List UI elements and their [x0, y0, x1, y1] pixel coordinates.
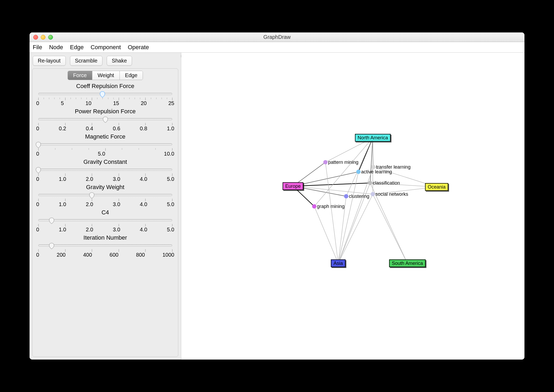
topic-label: active learning [361, 169, 392, 175]
topic-node-classification[interactable] [368, 181, 372, 185]
tab-force[interactable]: Force [68, 71, 92, 80]
slider-tick-label: 0 [36, 151, 39, 157]
slider-tick-label: 2.0 [86, 201, 93, 207]
graph-edge [370, 138, 373, 183]
slider-tick-label: 1.0 [59, 227, 66, 233]
topic-node-patternmining[interactable] [323, 160, 328, 164]
slider-track[interactable] [36, 216, 174, 224]
slider-label: Magnetic Force [36, 133, 174, 140]
slider-thumb[interactable] [35, 167, 41, 173]
slider-gravityWeight: Gravity Weight01.02.03.04.05.0 [36, 184, 174, 207]
topic-label: clustering [349, 194, 369, 199]
region-node-oceania[interactable]: Oceania [425, 183, 448, 191]
slider-tick-label: 1.0 [59, 201, 66, 207]
slider-label: Gravity Constant [36, 159, 174, 165]
slider-tick-label: 10.0 [164, 151, 174, 157]
slider-tick-label: 0 [36, 201, 39, 207]
topic-node-graphmining[interactable] [312, 204, 316, 208]
slider-tick-label: 25 [168, 100, 174, 106]
slider-c4: C401.02.03.04.05.0 [36, 209, 174, 233]
traffic-lights [30, 35, 53, 40]
slider-tick-label: 5 [61, 100, 64, 106]
menu-component[interactable]: Component [90, 44, 121, 51]
topic-label: social networks [375, 191, 408, 197]
region-node-europe[interactable]: Europe [283, 182, 303, 190]
region-node-southamerica[interactable]: South America [389, 260, 425, 267]
minimize-icon[interactable] [41, 35, 46, 40]
zoom-icon[interactable] [48, 35, 53, 40]
slider-iteration: Iteration Number02004006008001000 [36, 234, 174, 258]
topic-label: pattern mining [328, 160, 358, 165]
app-window: GraphDraw File Node Edge Component Opera… [30, 32, 524, 360]
slider-tick-label: 5.0 [167, 227, 174, 233]
sidebar: ◀▶ Re-layout Scramble Shake Force Weight… [30, 53, 181, 360]
scramble-button[interactable]: Scramble [70, 56, 102, 66]
slider-track[interactable] [36, 191, 174, 199]
slider-thumb[interactable] [35, 142, 41, 148]
region-node-asia[interactable]: Asia [331, 260, 345, 267]
graph-edge [293, 186, 373, 194]
relayout-button[interactable]: Re-layout [33, 56, 66, 66]
slider-tick-label: 5.0 [98, 151, 105, 157]
shake-button[interactable]: Shake [107, 56, 132, 66]
close-icon[interactable] [33, 35, 38, 40]
slider-tick-label: 15 [113, 100, 119, 106]
slider-tick-label: 0 [36, 100, 39, 106]
tab-weight[interactable]: Weight [92, 71, 120, 80]
menu-operate[interactable]: Operate [128, 44, 149, 51]
slider-label: Power Repulsion Force [36, 108, 174, 115]
slider-tick-label: 0.2 [59, 126, 66, 132]
slider-tick-label: 4.0 [140, 176, 147, 182]
slider-label: Iteration Number [36, 234, 174, 241]
slider-tick-label: 20 [141, 100, 147, 106]
graph-edge [373, 194, 407, 263]
slider-track[interactable] [36, 141, 174, 148]
slider-tick-label: 5.0 [167, 201, 174, 207]
topic-node-activelearning[interactable] [356, 170, 361, 174]
topic-node-socialnetworks[interactable] [371, 192, 375, 196]
slider-coeffRepulsion: Coeff Repulsion Force0510152025 [36, 83, 174, 106]
slider-tick-label: 3.0 [113, 201, 120, 207]
slider-track[interactable] [36, 242, 174, 249]
tabs: Force Weight Edge [68, 71, 143, 80]
slider-thumb[interactable] [102, 116, 108, 123]
slider-tick-label: 4.0 [140, 201, 147, 207]
topic-label: transfer learning [376, 164, 411, 170]
menu-file[interactable]: File [33, 44, 42, 51]
slider-tick-label: 0 [36, 126, 39, 132]
slider-tick-label: 0 [36, 176, 39, 182]
slider-track[interactable] [36, 90, 174, 98]
tab-edge[interactable]: Edge [120, 71, 143, 80]
slider-tick-label: 10 [85, 100, 91, 106]
slider-thumb[interactable] [100, 91, 105, 98]
topic-node-transferlearning[interactable] [371, 165, 375, 169]
menubar: File Node Edge Component Operate [30, 42, 524, 53]
slider-tick-label: 0 [36, 227, 39, 233]
titlebar: GraphDraw [30, 32, 524, 42]
slider-tick-label: 200 [57, 252, 65, 258]
topic-node-clustering[interactable] [344, 194, 348, 198]
slider-thumb[interactable] [89, 192, 95, 199]
slider-tick-label: 0.4 [86, 126, 93, 132]
slider-tick-label: 2.0 [86, 227, 93, 233]
graph-edge [346, 138, 373, 196]
slider-thumb[interactable] [49, 218, 55, 224]
menu-edge[interactable]: Edge [70, 44, 84, 51]
graph-edge [338, 167, 373, 263]
graph-canvas[interactable]: North AmericaEuropeOceaniaAsiaSouth Amer… [181, 53, 524, 360]
slider-thumb[interactable] [49, 243, 55, 249]
slider-track[interactable] [36, 166, 174, 173]
slider-tick-label: 1.0 [59, 176, 66, 182]
controls-panel: Force Weight Edge Coeff Repulsion Force0… [32, 68, 178, 357]
slider-tick-label: 1000 [162, 252, 174, 258]
slider-gravityConst: Gravity Constant01.02.03.04.05.0 [36, 159, 174, 182]
menu-node[interactable]: Node [49, 44, 63, 51]
slider-label: C4 [36, 209, 174, 216]
topic-label: classification [373, 180, 400, 186]
slider-tick-label: 1.0 [167, 126, 174, 132]
slider-track[interactable] [36, 115, 174, 123]
slider-tick-label: 0.6 [113, 126, 120, 132]
slider-tick-label: 3.0 [113, 227, 120, 233]
region-node-northamerica[interactable]: North America [355, 134, 391, 142]
slider-tick-label: 3.0 [113, 176, 120, 182]
